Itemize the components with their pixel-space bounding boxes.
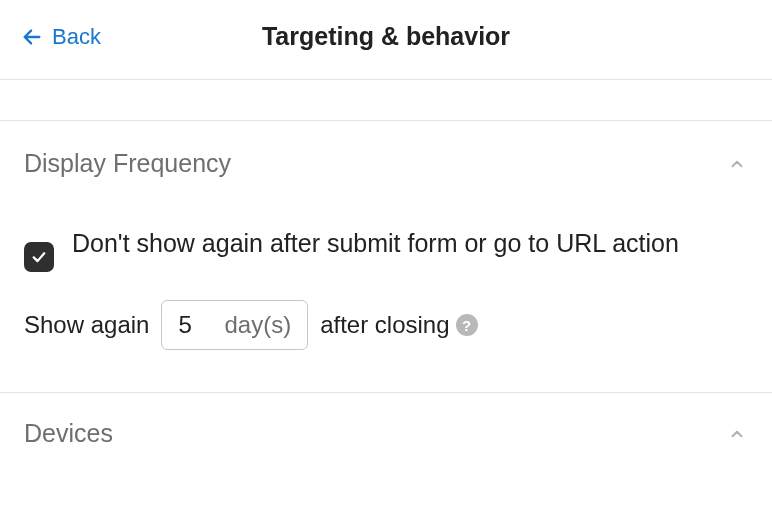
- page-header: Back Targeting & behavior: [0, 0, 772, 80]
- show-again-row: Show again 5 day(s) after closing ?: [24, 300, 748, 350]
- show-again-suffix: after closing: [320, 311, 449, 339]
- section-body-display-frequency: Don't show again after submit form or go…: [0, 196, 772, 392]
- back-label: Back: [52, 24, 101, 50]
- back-button[interactable]: Back: [20, 24, 101, 50]
- show-again-unit: day(s): [224, 311, 291, 339]
- page-title: Targeting & behavior: [20, 22, 752, 51]
- dont-show-again-checkbox[interactable]: [24, 242, 54, 272]
- show-again-prefix: Show again: [24, 311, 149, 339]
- chevron-up-icon: [726, 153, 748, 175]
- help-icon[interactable]: ?: [456, 314, 478, 336]
- section-header-display-frequency[interactable]: Display Frequency: [0, 121, 772, 196]
- arrow-left-icon: [20, 25, 44, 49]
- section-display-frequency: Display Frequency Don't show again after…: [0, 120, 772, 392]
- show-again-value: 5: [178, 311, 200, 339]
- chevron-up-icon: [726, 423, 748, 445]
- show-again-input[interactable]: 5 day(s): [161, 300, 308, 350]
- section-devices: Devices: [0, 392, 772, 458]
- section-title: Devices: [24, 419, 113, 448]
- section-header-devices[interactable]: Devices: [0, 393, 772, 458]
- dont-show-again-label: Don't show again after submit form or go…: [72, 226, 679, 261]
- section-title: Display Frequency: [24, 149, 231, 178]
- dont-show-again-row: Don't show again after submit form or go…: [24, 226, 748, 272]
